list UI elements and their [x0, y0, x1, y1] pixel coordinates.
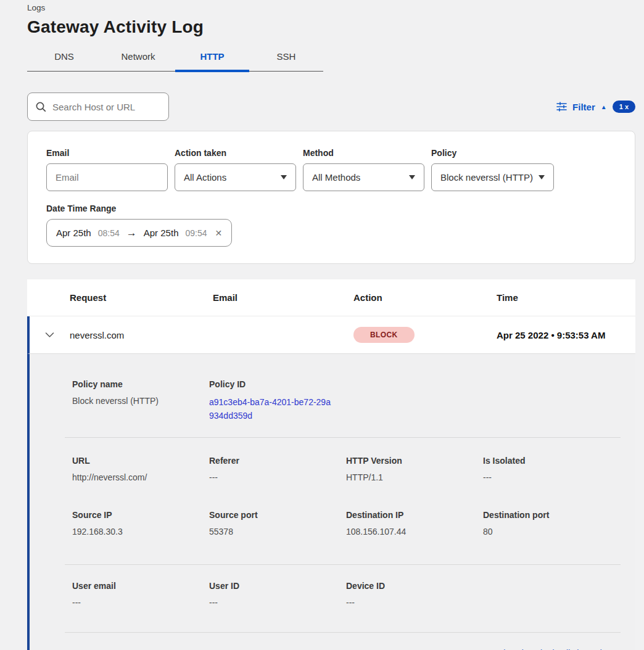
- date-range-label: Date Time Range: [46, 204, 616, 213]
- breadcrumb: Logs: [27, 0, 635, 12]
- tab-ssh[interactable]: SSH: [249, 46, 323, 71]
- policy-name-value: Block neverssl (HTTP): [72, 396, 209, 406]
- filter-button[interactable]: Filter: [572, 102, 595, 112]
- divider: [65, 632, 621, 633]
- clear-date-range-icon[interactable]: ✕: [214, 228, 223, 238]
- device-id-label: Device ID: [346, 581, 483, 591]
- caret-up-icon[interactable]: ▲: [601, 104, 607, 110]
- user-email-value: ---: [72, 598, 209, 607]
- row-details-panel: Policy name Block neverssl (HTTP) Policy…: [27, 353, 635, 650]
- log-table: Request Email Action Time neverssl.com B…: [27, 279, 635, 650]
- source-ip-value: 192.168.30.3: [72, 527, 209, 537]
- destination-ip-value: 108.156.107.44: [346, 527, 483, 537]
- search-icon: [35, 101, 46, 112]
- action-block-badge: BLOCK: [353, 327, 415, 343]
- url-value: http://neverssl.com/: [72, 472, 209, 482]
- http-version-value: HTTP/1.1: [346, 472, 483, 482]
- policy-name-label: Policy name: [72, 379, 209, 389]
- source-port-label: Source port: [209, 510, 346, 520]
- table-row[interactable]: neverssl.com BLOCK Apr 25 2022 • 9:53:53…: [27, 316, 635, 353]
- start-time[interactable]: 08:54: [98, 228, 120, 238]
- user-id-value: ---: [209, 598, 346, 607]
- search-box[interactable]: [27, 93, 169, 121]
- http-version-label: HTTP Version: [346, 456, 483, 466]
- method-label: Method: [303, 148, 424, 158]
- device-id-value: ---: [346, 598, 483, 607]
- source-port-value: 55378: [209, 527, 346, 537]
- is-isolated-value: ---: [483, 472, 621, 482]
- policy-id-label: Policy ID: [209, 379, 346, 389]
- tab-bar: DNS Network HTTP SSH: [27, 46, 323, 72]
- page-title: Gateway Activity Log: [27, 17, 635, 37]
- column-header-email: Email: [213, 292, 353, 303]
- filter-sliders-icon: [556, 102, 567, 112]
- divider: [65, 564, 621, 565]
- url-label: URL: [72, 456, 209, 466]
- row-time: Apr 25 2022 • 9:53:53 AM: [497, 330, 635, 340]
- email-filter-input[interactable]: [56, 172, 159, 183]
- table-header-row: Request Email Action Time: [27, 279, 635, 316]
- expand-chevron-icon[interactable]: [30, 332, 70, 338]
- start-date[interactable]: Apr 25th: [56, 228, 91, 238]
- tab-network[interactable]: Network: [101, 46, 175, 71]
- chevron-down-icon: [409, 175, 415, 179]
- column-header-time: Time: [497, 292, 635, 303]
- filter-panel: Email Action taken All Actions Method Al…: [27, 131, 635, 264]
- filter-controls: Filter ▲ 1 x: [556, 101, 635, 113]
- destination-port-value: 80: [483, 527, 621, 537]
- tab-http[interactable]: HTTP: [175, 46, 249, 71]
- divider: [65, 437, 621, 438]
- column-header-action: Action: [353, 292, 497, 303]
- referer-value: ---: [209, 472, 346, 482]
- filter-count-badge[interactable]: 1 x: [613, 101, 635, 113]
- policy-value: Block neverssl (HTTP): [440, 172, 533, 183]
- policy-label: Policy: [431, 148, 554, 158]
- user-email-label: User email: [72, 581, 209, 591]
- chevron-down-icon: [539, 175, 545, 179]
- arrow-right-icon: →: [126, 227, 137, 239]
- date-range-picker[interactable]: Apr 25th 08:54 → Apr 25th 09:54 ✕: [46, 219, 232, 247]
- end-time[interactable]: 09:54: [185, 228, 207, 238]
- source-ip-label: Source IP: [72, 510, 209, 520]
- email-filter-label: Email: [46, 148, 168, 158]
- action-taken-value: All Actions: [184, 172, 226, 183]
- policy-select[interactable]: Block neverssl (HTTP): [431, 163, 554, 191]
- row-request: neverssl.com: [70, 330, 213, 340]
- referer-label: Referer: [209, 456, 346, 466]
- search-input[interactable]: [52, 102, 175, 112]
- is-isolated-label: Is Isolated: [483, 456, 621, 466]
- chevron-down-icon: [281, 175, 287, 179]
- end-date[interactable]: Apr 25th: [144, 228, 179, 238]
- method-select[interactable]: All Methods: [303, 163, 424, 191]
- method-value: All Methods: [312, 172, 360, 183]
- destination-port-label: Destination port: [483, 510, 621, 520]
- tab-dns[interactable]: DNS: [27, 46, 101, 71]
- user-id-label: User ID: [209, 581, 346, 591]
- action-taken-select[interactable]: All Actions: [175, 163, 296, 191]
- action-taken-label: Action taken: [175, 148, 296, 158]
- destination-ip-label: Destination IP: [346, 510, 483, 520]
- column-header-request: Request: [70, 292, 213, 303]
- policy-id-link[interactable]: a91c3eb4-ba7a-4201-be72-29a934dd359d: [209, 396, 332, 422]
